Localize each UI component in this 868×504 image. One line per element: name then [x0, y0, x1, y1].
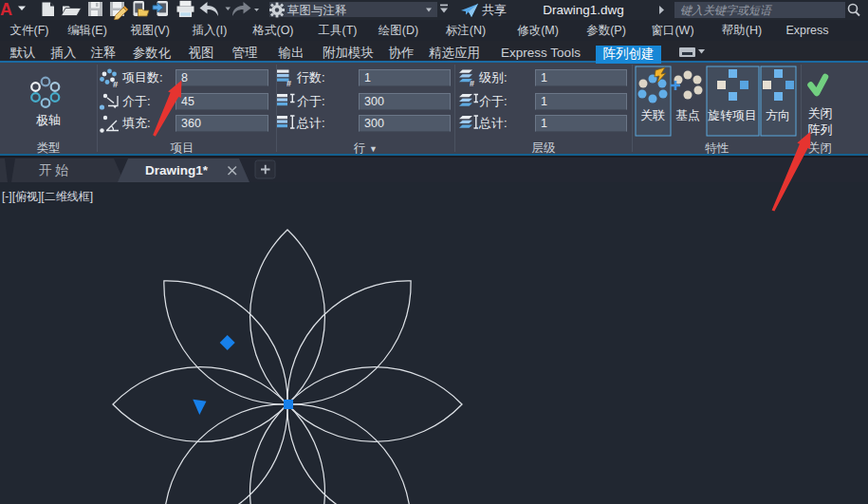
svg-text:键入关键字或短语: 键入关键字或短语	[680, 4, 773, 17]
svg-text:A: A	[0, 0, 12, 19]
svg-text:旋转项目: 旋转项目	[708, 108, 757, 122]
svg-text:阵列: 阵列	[808, 122, 833, 137]
svg-text:方向: 方向	[766, 108, 790, 122]
svg-text:基点: 基点	[675, 108, 700, 122]
svg-text:关联: 关联	[640, 108, 665, 122]
svg-text:共享: 共享	[482, 3, 507, 17]
svg-text:开始: 开始	[39, 162, 71, 177]
svg-text:Drawing1*: Drawing1*	[145, 163, 209, 177]
svg-text:#: #	[113, 79, 119, 89]
svg-text:#: #	[286, 79, 291, 88]
svg-text:关闭: 关闭	[808, 106, 833, 121]
svg-text:Drawing1.dwg: Drawing1.dwg	[543, 3, 624, 17]
svg-text:草图与注释: 草图与注释	[287, 4, 347, 17]
svg-text:#: #	[470, 79, 474, 88]
